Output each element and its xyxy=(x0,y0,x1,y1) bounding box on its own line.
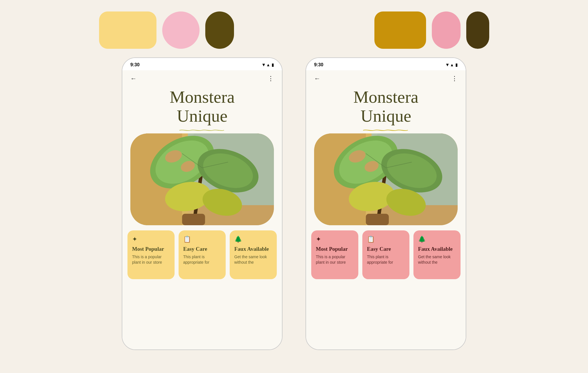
yellow-swatch xyxy=(99,11,156,49)
battery-icon-2: ▮ xyxy=(455,63,458,67)
pink-swatch-right xyxy=(432,11,461,49)
tree-icon-1: 🌲 xyxy=(234,236,272,243)
phones-section: 9:30 ▾ ▲ ▮ ← ⋮ Monstera Unique xyxy=(0,57,588,350)
card-title-most-popular-2: Most Popular xyxy=(316,246,354,252)
palette-right xyxy=(374,11,489,49)
nav-bar-2: ← ⋮ xyxy=(306,70,466,85)
signal-icon-2: ▲ xyxy=(450,63,454,67)
card-faux-1: 🌲 Faux Available Get the same look witho… xyxy=(230,230,277,279)
svg-rect-16 xyxy=(182,214,205,225)
card-desc-easy-care-2: This plant is appropriate for xyxy=(367,254,405,265)
cards-row-1: ✦ Most Popular This is a popular plant i… xyxy=(122,225,282,279)
dark-brown-swatch-right xyxy=(466,11,489,49)
status-bar-1: 9:30 ▾ ▲ ▮ xyxy=(122,58,282,70)
status-icons-1: ▾ ▲ ▮ xyxy=(262,62,274,67)
pink-swatch xyxy=(162,11,200,49)
dark-brown-swatch xyxy=(205,11,234,49)
card-title-easy-care-2: Easy Care xyxy=(367,246,405,252)
card-most-popular-1: ✦ Most Popular This is a popular plant i… xyxy=(127,230,175,279)
nav-bar-1: ← ⋮ xyxy=(122,70,282,85)
signal-icon: ▲ xyxy=(266,63,270,67)
card-desc-faux-2: Get the same look without the xyxy=(418,254,456,265)
time-1: 9:30 xyxy=(130,62,140,67)
phone-content-1: ← ⋮ Monstera Unique xyxy=(122,70,282,349)
battery-icon: ▮ xyxy=(272,63,274,67)
menu-button-1[interactable]: ⋮ xyxy=(268,75,274,82)
amber-swatch xyxy=(374,11,426,49)
plant-image-1 xyxy=(130,133,274,225)
svg-rect-33 xyxy=(366,214,389,225)
phone-frame-1: 9:30 ▾ ▲ ▮ ← ⋮ Monstera Unique xyxy=(122,57,283,350)
plant-title-2: Monstera Unique xyxy=(306,85,466,128)
wavy-underline-2 xyxy=(354,128,417,131)
wifi-icon-2: ▾ xyxy=(446,62,448,67)
card-desc-faux-1: Get the same look without the xyxy=(234,254,272,265)
phone-frame-2: 9:30 ▾ ▲ ▮ ← ⋮ Monstera Unique xyxy=(305,57,466,350)
card-desc-most-popular-1: This is a popular plant in our store xyxy=(132,254,170,265)
top-section xyxy=(0,0,588,57)
phone-content-2: ← ⋮ Monstera Unique xyxy=(306,70,466,349)
list-icon-1: 📋 xyxy=(183,236,221,243)
sparkle-icon-2: ✦ xyxy=(316,236,354,243)
cards-row-2: ✦ Most Popular This is a popular plant i… xyxy=(306,225,466,279)
wavy-underline-1 xyxy=(171,128,234,131)
back-button-1[interactable]: ← xyxy=(130,75,137,82)
status-bar-2: 9:30 ▾ ▲ ▮ xyxy=(306,58,466,70)
palette-left xyxy=(99,11,234,49)
sparkle-icon-1: ✦ xyxy=(132,236,170,243)
status-icons-2: ▾ ▲ ▮ xyxy=(446,62,458,67)
card-title-faux-1: Faux Available xyxy=(234,246,272,252)
plant-image-2 xyxy=(314,133,458,225)
time-2: 9:30 xyxy=(314,62,323,67)
list-icon-2: 📋 xyxy=(367,236,405,243)
wifi-icon: ▾ xyxy=(262,62,265,67)
card-desc-most-popular-2: This is a popular plant in our store xyxy=(316,254,354,265)
card-easy-care-1: 📋 Easy Care This plant is appropriate fo… xyxy=(179,230,226,279)
card-title-easy-care-1: Easy Care xyxy=(183,246,221,252)
card-desc-easy-care-1: This plant is appropriate for xyxy=(183,254,221,265)
card-easy-care-2: 📋 Easy Care This plant is appropriate fo… xyxy=(362,230,409,279)
card-faux-2: 🌲 Faux Available Get the same look witho… xyxy=(413,230,461,279)
card-title-most-popular-1: Most Popular xyxy=(132,246,170,252)
card-most-popular-2: ✦ Most Popular This is a popular plant i… xyxy=(311,230,358,279)
card-title-faux-2: Faux Available xyxy=(418,246,456,252)
tree-icon-2: 🌲 xyxy=(418,236,456,243)
menu-button-2[interactable]: ⋮ xyxy=(451,75,458,82)
back-button-2[interactable]: ← xyxy=(314,75,320,82)
plant-title-1: Monstera Unique xyxy=(122,85,282,128)
